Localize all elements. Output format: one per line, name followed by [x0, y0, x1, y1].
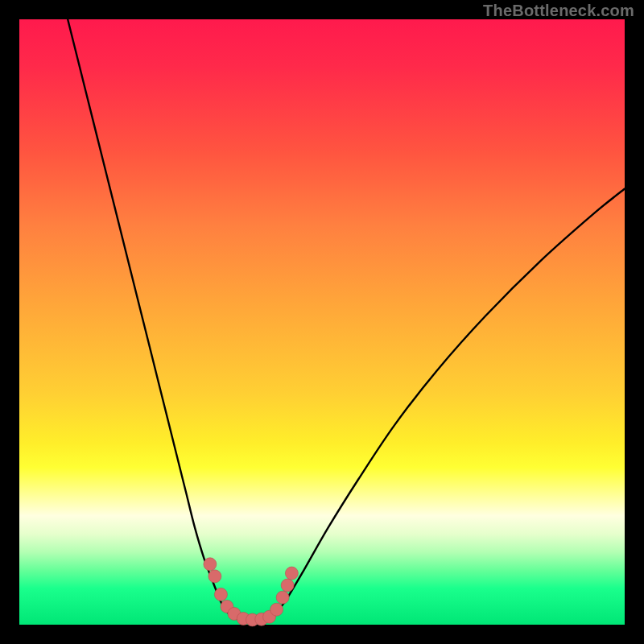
curve-left: [68, 19, 237, 618]
valley-markers: [204, 558, 299, 626]
valley-marker: [204, 558, 217, 571]
valley-marker: [270, 603, 283, 616]
plot-svg: [19, 19, 625, 625]
curve-right: [274, 189, 625, 617]
valley-marker: [281, 579, 294, 592]
watermark-text: TheBottleneck.com: [483, 2, 634, 20]
valley-marker: [276, 591, 289, 604]
valley-marker: [208, 570, 221, 583]
valley-marker: [285, 567, 298, 580]
valley-marker: [214, 588, 227, 601]
